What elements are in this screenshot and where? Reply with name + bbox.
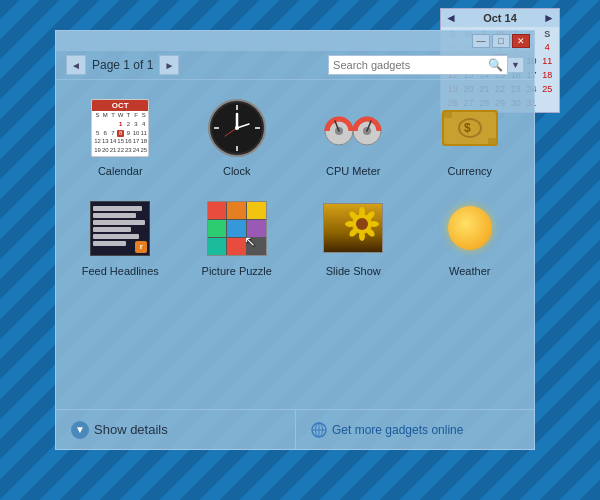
gadget-label-feed-headlines: Feed Headlines: [82, 265, 159, 277]
gadget-label-slide-show: Slide Show: [326, 265, 381, 277]
search-icon[interactable]: 🔍: [488, 58, 503, 72]
svg-rect-22: [488, 138, 496, 144]
get-more-gadgets-link[interactable]: Get more gadgets online: [295, 410, 534, 449]
gadget-item-cpu-meter[interactable]: CPU Meter: [299, 90, 408, 182]
gadget-window: — □ ✕ ◄ Page 1 of 1 ► 🔍 ▼ OCT SMTWTF: [55, 30, 535, 450]
globe-icon: [311, 422, 327, 438]
gadget-label-weather: Weather: [449, 265, 490, 277]
footer: ▼ Show details Get more gadgets online: [56, 409, 534, 449]
search-box: 🔍: [328, 55, 508, 75]
svg-point-26: [359, 207, 365, 217]
cursor-icon: ↖: [244, 233, 258, 247]
gadget-label-currency: Currency: [447, 165, 492, 177]
svg-rect-21: [444, 112, 452, 118]
gadget-label-cpu-meter: CPU Meter: [326, 165, 380, 177]
gadget-item-picture-puzzle[interactable]: ↖ Picture Puzzle: [183, 190, 292, 282]
gadget-item-calendar[interactable]: OCT SMTWTFS 1234 567891011 1213141516171…: [66, 90, 175, 182]
search-dropdown-button[interactable]: ▼: [508, 57, 524, 73]
close-button[interactable]: ✕: [512, 34, 530, 48]
page-label: Page 1 of 1: [92, 58, 153, 72]
gadget-label-picture-puzzle: Picture Puzzle: [202, 265, 272, 277]
svg-text:$: $: [464, 121, 471, 135]
feed-headlines-icon: r: [87, 195, 153, 261]
minimize-button[interactable]: —: [472, 34, 490, 48]
page-next-button[interactable]: ►: [159, 55, 179, 75]
svg-point-25: [356, 218, 368, 230]
cpu-meter-icon: [320, 95, 386, 161]
slide-show-icon: [320, 195, 386, 261]
show-details-button[interactable]: ▼ Show details: [56, 410, 295, 449]
get-more-gadgets-label: Get more gadgets online: [332, 423, 463, 437]
search-input[interactable]: [333, 59, 484, 71]
gadgets-grid: OCT SMTWTFS 1234 567891011 1213141516171…: [56, 80, 534, 409]
cal-prev-btn[interactable]: ◄: [445, 11, 457, 25]
gadget-item-clock[interactable]: Clock: [183, 90, 292, 182]
page-prev-button[interactable]: ◄: [66, 55, 86, 75]
picture-puzzle-icon: ↖: [204, 195, 270, 261]
gadget-item-feed-headlines[interactable]: r Feed Headlines: [66, 190, 175, 282]
svg-point-32: [345, 221, 355, 227]
gadget-item-weather[interactable]: Weather: [416, 190, 525, 282]
clock-icon: [204, 95, 270, 161]
svg-point-9: [235, 126, 239, 130]
show-details-label: Show details: [94, 422, 168, 437]
calendar-icon: OCT SMTWTFS 1234 567891011 1213141516171…: [87, 95, 153, 161]
cal-next-btn[interactable]: ►: [543, 11, 555, 25]
gadget-label-calendar: Calendar: [98, 165, 143, 177]
cal-widget-header: ◄ Oct 14 ►: [441, 9, 559, 27]
chevron-down-icon: ▼: [71, 421, 89, 439]
gadget-label-clock: Clock: [223, 165, 251, 177]
title-bar: — □ ✕: [56, 31, 534, 51]
cal-month-label: Oct 14: [483, 12, 517, 24]
svg-point-30: [359, 231, 365, 241]
gadget-item-slide-show[interactable]: Slide Show: [299, 190, 408, 282]
restore-button[interactable]: □: [492, 34, 510, 48]
currency-icon: $: [437, 95, 503, 161]
svg-point-28: [369, 221, 379, 227]
gadget-item-currency[interactable]: $ Currency: [416, 90, 525, 182]
weather-icon: [437, 195, 503, 261]
toolbar: ◄ Page 1 of 1 ► 🔍 ▼: [56, 51, 534, 80]
page-nav: ◄ Page 1 of 1 ►: [66, 55, 179, 75]
